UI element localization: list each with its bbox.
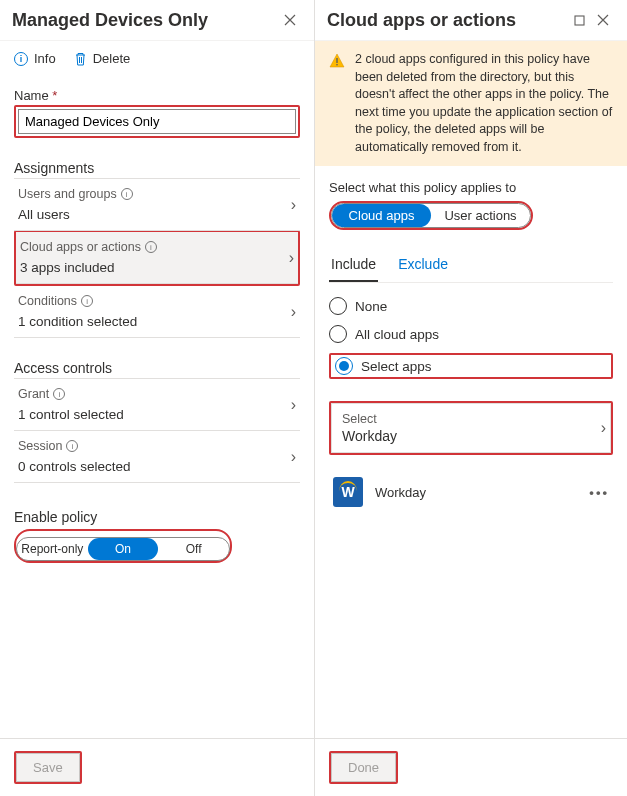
policy-panel: Managed Devices Only i Info Delete Name … — [0, 0, 315, 796]
done-highlight: Done — [329, 751, 398, 784]
name-label: Name * — [14, 88, 300, 103]
left-header: Managed Devices Only — [0, 0, 314, 41]
radio-all-label: All cloud apps — [355, 327, 439, 342]
row-conditions[interactable]: Conditions i 1 condition selected › — [14, 286, 300, 338]
save-highlight: Save — [14, 751, 82, 784]
radio-none-label: None — [355, 299, 387, 314]
conditions-label: Conditions — [18, 294, 77, 308]
toolbar: i Info Delete — [0, 41, 314, 76]
applies-toggle[interactable]: Cloud apps User actions — [331, 203, 531, 228]
close-icon[interactable] — [591, 8, 615, 32]
applies-highlight: Cloud apps User actions — [329, 201, 533, 230]
radio-icon — [335, 357, 353, 375]
apps-radio-group: None All cloud apps Select apps — [329, 297, 613, 379]
app-name: Workday — [375, 485, 426, 500]
left-title: Managed Devices Only — [12, 10, 278, 31]
chevron-right-icon: › — [291, 396, 296, 414]
chevron-right-icon: › — [291, 303, 296, 321]
trash-icon — [74, 52, 87, 66]
workday-icon: W — [333, 477, 363, 507]
delete-button[interactable]: Delete — [74, 51, 131, 66]
radio-select-label: Select apps — [361, 359, 432, 374]
grant-value: 1 control selected — [18, 407, 296, 422]
left-footer: Save — [0, 738, 314, 796]
save-button[interactable]: Save — [16, 753, 80, 782]
warning-text: 2 cloud apps configured in this policy h… — [355, 51, 613, 156]
enable-policy-highlight: Report-only On Off — [14, 529, 232, 563]
info-button[interactable]: i Info — [14, 51, 56, 66]
info-label: Info — [34, 51, 56, 66]
right-body: Select what this policy applies to Cloud… — [315, 166, 627, 738]
cloud-apps-label: Cloud apps or actions — [20, 240, 141, 254]
enable-policy-toggle[interactable]: Report-only On Off — [16, 537, 230, 561]
app-more-icon[interactable]: ••• — [589, 485, 609, 500]
row-users-groups[interactable]: Users and groups i All users › — [14, 179, 300, 231]
svg-rect-2 — [336, 64, 337, 65]
radio-icon — [329, 325, 347, 343]
done-button[interactable]: Done — [331, 753, 396, 782]
policy-name-input[interactable] — [18, 109, 296, 134]
svg-rect-1 — [336, 58, 337, 63]
select-apps-highlight: Select apps — [329, 353, 613, 379]
enable-policy-label: Enable policy — [14, 509, 300, 525]
right-title: Cloud apps or actions — [327, 10, 567, 31]
select-apps-box[interactable]: Select Workday › — [331, 403, 611, 453]
include-exclude-tabs: Include Exclude — [329, 248, 613, 283]
chevron-right-icon: › — [291, 196, 296, 214]
row-cloud-apps[interactable]: Cloud apps or actions i 3 apps included … — [16, 232, 298, 284]
info-icon: i — [14, 52, 28, 66]
right-header: Cloud apps or actions — [315, 0, 627, 41]
users-groups-label: Users and groups — [18, 187, 117, 201]
radio-select-apps[interactable]: Select apps — [331, 355, 611, 377]
required-mark: * — [52, 88, 57, 103]
maximize-icon[interactable] — [567, 8, 591, 32]
session-value: 0 controls selected — [18, 459, 296, 474]
cloud-apps-value: 3 apps included — [20, 260, 294, 275]
assignments-header: Assignments — [14, 160, 300, 179]
access-controls-header: Access controls — [14, 360, 300, 379]
radio-icon — [329, 297, 347, 315]
chevron-right-icon: › — [291, 448, 296, 466]
warning-icon — [329, 53, 345, 69]
select-box-highlight: Select Workday › — [329, 401, 613, 455]
pill-cloud-apps[interactable]: Cloud apps — [332, 204, 431, 227]
cloud-apps-highlight: Cloud apps or actions i 3 apps included … — [14, 230, 300, 286]
right-footer: Done — [315, 738, 627, 796]
svg-rect-0 — [575, 16, 584, 25]
info-icon: i — [66, 440, 78, 452]
tab-exclude[interactable]: Exclude — [396, 248, 450, 282]
radio-none[interactable]: None — [329, 297, 613, 315]
left-body: Name * ✓ Assignments Users and groups i … — [0, 76, 314, 738]
radio-all-cloud-apps[interactable]: All cloud apps — [329, 325, 613, 343]
close-icon[interactable] — [278, 8, 302, 32]
grant-label: Grant — [18, 387, 49, 401]
row-session[interactable]: Session i 0 controls selected › — [14, 431, 300, 483]
select-box-label: Select — [342, 412, 600, 426]
cloud-apps-panel: Cloud apps or actions 2 cloud apps confi… — [315, 0, 627, 796]
session-label: Session — [18, 439, 62, 453]
chevron-right-icon: › — [289, 249, 294, 267]
info-icon: i — [53, 388, 65, 400]
app-row-workday: W Workday ••• — [329, 465, 613, 519]
applies-to-label: Select what this policy applies to — [329, 180, 613, 195]
warning-banner: 2 cloud apps configured in this policy h… — [315, 41, 627, 166]
select-box-value: Workday — [342, 428, 600, 444]
delete-label: Delete — [93, 51, 131, 66]
toggle-report-only[interactable]: Report-only — [17, 538, 88, 560]
info-icon: i — [121, 188, 133, 200]
tab-include[interactable]: Include — [329, 248, 378, 282]
pill-user-actions[interactable]: User actions — [431, 204, 530, 227]
conditions-value: 1 condition selected — [18, 314, 296, 329]
chevron-right-icon: › — [601, 419, 606, 437]
users-groups-value: All users — [18, 207, 296, 222]
info-icon: i — [145, 241, 157, 253]
info-icon: i — [81, 295, 93, 307]
toggle-off[interactable]: Off — [158, 538, 229, 560]
name-field-highlight: ✓ — [14, 105, 300, 138]
row-grant[interactable]: Grant i 1 control selected › — [14, 379, 300, 431]
toggle-on[interactable]: On — [88, 538, 159, 560]
